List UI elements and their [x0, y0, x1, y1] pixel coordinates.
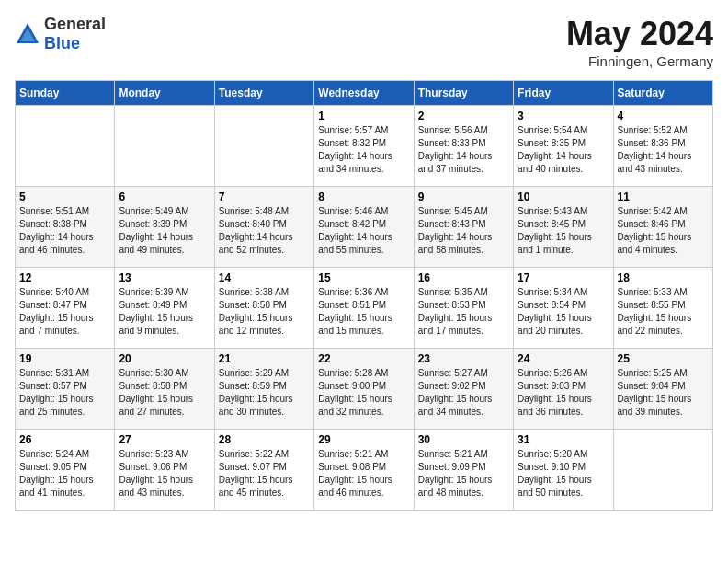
- calendar-cell: 10Sunrise: 5:43 AM Sunset: 8:45 PM Dayli…: [514, 187, 613, 268]
- day-number: 20: [119, 352, 210, 365]
- day-number: 10: [518, 190, 609, 203]
- calendar-week-row: 1Sunrise: 5:57 AM Sunset: 8:32 PM Daylig…: [16, 106, 713, 187]
- calendar-cell: 8Sunrise: 5:46 AM Sunset: 8:42 PM Daylig…: [314, 187, 414, 268]
- calendar-cell: 29Sunrise: 5:21 AM Sunset: 9:08 PM Dayli…: [314, 430, 414, 511]
- calendar-cell: 23Sunrise: 5:27 AM Sunset: 9:02 PM Dayli…: [414, 349, 513, 430]
- day-info: Sunrise: 5:39 AM Sunset: 8:49 PM Dayligh…: [119, 286, 210, 338]
- logo-text: General Blue: [44, 15, 106, 53]
- calendar-cell: 13Sunrise: 5:39 AM Sunset: 8:49 PM Dayli…: [115, 268, 214, 349]
- day-info: Sunrise: 5:29 AM Sunset: 8:59 PM Dayligh…: [219, 367, 310, 419]
- day-number: 21: [219, 352, 310, 365]
- day-info: Sunrise: 5:36 AM Sunset: 8:51 PM Dayligh…: [318, 286, 409, 338]
- day-number: 30: [418, 433, 509, 446]
- day-info: Sunrise: 5:51 AM Sunset: 8:38 PM Dayligh…: [19, 205, 110, 257]
- day-number: 15: [318, 271, 409, 284]
- calendar-cell: 3Sunrise: 5:54 AM Sunset: 8:35 PM Daylig…: [514, 106, 613, 187]
- calendar-cell: [16, 106, 115, 187]
- day-info: Sunrise: 5:40 AM Sunset: 8:47 PM Dayligh…: [19, 286, 110, 338]
- calendar-cell: 9Sunrise: 5:45 AM Sunset: 8:43 PM Daylig…: [414, 187, 513, 268]
- day-info: Sunrise: 5:26 AM Sunset: 9:03 PM Dayligh…: [518, 367, 609, 419]
- calendar-week-row: 19Sunrise: 5:31 AM Sunset: 8:57 PM Dayli…: [16, 349, 713, 430]
- logo-general: General: [44, 15, 106, 33]
- calendar-week-row: 12Sunrise: 5:40 AM Sunset: 8:47 PM Dayli…: [16, 268, 713, 349]
- main-title: May 2024: [566, 15, 713, 53]
- calendar-cell: 31Sunrise: 5:20 AM Sunset: 9:10 PM Dayli…: [514, 430, 613, 511]
- calendar-cell: 7Sunrise: 5:48 AM Sunset: 8:40 PM Daylig…: [214, 187, 313, 268]
- day-number: 19: [19, 352, 110, 365]
- day-number: 8: [318, 190, 409, 203]
- calendar-week-row: 26Sunrise: 5:24 AM Sunset: 9:05 PM Dayli…: [16, 430, 713, 511]
- calendar-cell: 30Sunrise: 5:21 AM Sunset: 9:09 PM Dayli…: [414, 430, 513, 511]
- weekday-header: Saturday: [613, 81, 712, 106]
- day-info: Sunrise: 5:25 AM Sunset: 9:04 PM Dayligh…: [618, 367, 709, 419]
- day-info: Sunrise: 5:42 AM Sunset: 8:46 PM Dayligh…: [618, 205, 709, 257]
- day-number: 1: [318, 109, 409, 122]
- day-number: 9: [418, 190, 509, 203]
- calendar-cell: 2Sunrise: 5:56 AM Sunset: 8:33 PM Daylig…: [414, 106, 513, 187]
- day-info: Sunrise: 5:45 AM Sunset: 8:43 PM Dayligh…: [418, 205, 509, 257]
- calendar-cell: 4Sunrise: 5:52 AM Sunset: 8:36 PM Daylig…: [613, 106, 712, 187]
- calendar-cell: 21Sunrise: 5:29 AM Sunset: 8:59 PM Dayli…: [214, 349, 313, 430]
- day-number: 28: [219, 433, 310, 446]
- day-number: 4: [618, 109, 709, 122]
- weekday-header: Monday: [115, 81, 214, 106]
- day-number: 5: [19, 190, 110, 203]
- day-number: 27: [119, 433, 210, 446]
- day-info: Sunrise: 5:33 AM Sunset: 8:55 PM Dayligh…: [618, 286, 709, 338]
- day-number: 16: [418, 271, 509, 284]
- calendar-cell: [613, 430, 712, 511]
- weekday-header: Sunday: [16, 81, 115, 106]
- day-number: 26: [19, 433, 110, 446]
- calendar-cell: 26Sunrise: 5:24 AM Sunset: 9:05 PM Dayli…: [16, 430, 115, 511]
- day-number: 18: [618, 271, 709, 284]
- day-number: 7: [219, 190, 310, 203]
- logo-blue: Blue: [44, 34, 80, 52]
- day-number: 13: [119, 271, 210, 284]
- day-info: Sunrise: 5:57 AM Sunset: 8:32 PM Dayligh…: [318, 124, 409, 176]
- day-number: 17: [518, 271, 609, 284]
- calendar-cell: 6Sunrise: 5:49 AM Sunset: 8:39 PM Daylig…: [115, 187, 214, 268]
- weekday-header-row: SundayMondayTuesdayWednesdayThursdayFrid…: [16, 81, 713, 106]
- calendar-cell: 12Sunrise: 5:40 AM Sunset: 8:47 PM Dayli…: [16, 268, 115, 349]
- day-info: Sunrise: 5:38 AM Sunset: 8:50 PM Dayligh…: [219, 286, 310, 338]
- day-number: 23: [418, 352, 509, 365]
- day-number: 11: [618, 190, 709, 203]
- title-area: May 2024 Finningen, Germany: [566, 15, 713, 69]
- subtitle: Finningen, Germany: [566, 53, 713, 69]
- day-info: Sunrise: 5:35 AM Sunset: 8:53 PM Dayligh…: [418, 286, 509, 338]
- day-info: Sunrise: 5:24 AM Sunset: 9:05 PM Dayligh…: [19, 448, 110, 500]
- calendar-table: SundayMondayTuesdayWednesdayThursdayFrid…: [15, 80, 713, 511]
- calendar-cell: 16Sunrise: 5:35 AM Sunset: 8:53 PM Dayli…: [414, 268, 513, 349]
- day-info: Sunrise: 5:43 AM Sunset: 8:45 PM Dayligh…: [518, 205, 609, 257]
- day-number: 22: [318, 352, 409, 365]
- weekday-header: Thursday: [414, 81, 513, 106]
- calendar-cell: 25Sunrise: 5:25 AM Sunset: 9:04 PM Dayli…: [613, 349, 712, 430]
- calendar-cell: 19Sunrise: 5:31 AM Sunset: 8:57 PM Dayli…: [16, 349, 115, 430]
- day-info: Sunrise: 5:34 AM Sunset: 8:54 PM Dayligh…: [518, 286, 609, 338]
- page-header: General Blue May 2024 Finningen, Germany: [15, 15, 713, 69]
- weekday-header: Wednesday: [314, 81, 414, 106]
- day-number: 24: [518, 352, 609, 365]
- day-number: 31: [518, 433, 609, 446]
- weekday-header: Tuesday: [214, 81, 313, 106]
- day-info: Sunrise: 5:30 AM Sunset: 8:58 PM Dayligh…: [119, 367, 210, 419]
- calendar-cell: [214, 106, 313, 187]
- calendar-cell: 17Sunrise: 5:34 AM Sunset: 8:54 PM Dayli…: [514, 268, 613, 349]
- day-info: Sunrise: 5:27 AM Sunset: 9:02 PM Dayligh…: [418, 367, 509, 419]
- calendar-cell: 5Sunrise: 5:51 AM Sunset: 8:38 PM Daylig…: [16, 187, 115, 268]
- day-number: 2: [418, 109, 509, 122]
- day-number: 3: [518, 109, 609, 122]
- logo-icon: [15, 21, 40, 47]
- day-info: Sunrise: 5:46 AM Sunset: 8:42 PM Dayligh…: [318, 205, 409, 257]
- calendar-cell: 18Sunrise: 5:33 AM Sunset: 8:55 PM Dayli…: [613, 268, 712, 349]
- calendar-cell: 20Sunrise: 5:30 AM Sunset: 8:58 PM Dayli…: [115, 349, 214, 430]
- calendar-cell: 14Sunrise: 5:38 AM Sunset: 8:50 PM Dayli…: [214, 268, 313, 349]
- calendar-cell: 11Sunrise: 5:42 AM Sunset: 8:46 PM Dayli…: [613, 187, 712, 268]
- day-info: Sunrise: 5:49 AM Sunset: 8:39 PM Dayligh…: [119, 205, 210, 257]
- day-info: Sunrise: 5:21 AM Sunset: 9:09 PM Dayligh…: [418, 448, 509, 500]
- day-number: 25: [618, 352, 709, 365]
- calendar-cell: 27Sunrise: 5:23 AM Sunset: 9:06 PM Dayli…: [115, 430, 214, 511]
- day-info: Sunrise: 5:28 AM Sunset: 9:00 PM Dayligh…: [318, 367, 409, 419]
- calendar-cell: 22Sunrise: 5:28 AM Sunset: 9:00 PM Dayli…: [314, 349, 414, 430]
- day-info: Sunrise: 5:56 AM Sunset: 8:33 PM Dayligh…: [418, 124, 509, 176]
